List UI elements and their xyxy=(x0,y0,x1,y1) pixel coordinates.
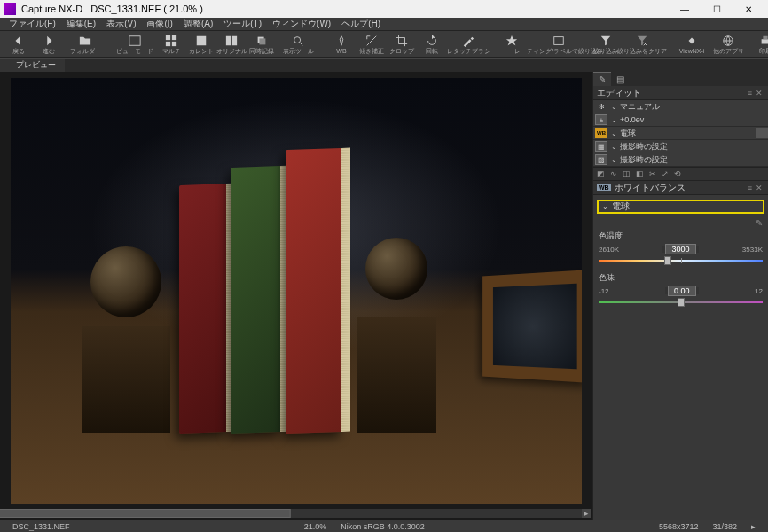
svg-rect-14 xyxy=(763,35,767,39)
svg-rect-11 xyxy=(554,36,564,44)
svg-rect-0 xyxy=(129,35,140,45)
current-button[interactable]: カレント xyxy=(186,32,216,57)
panel-menu-icon[interactable]: ≡ xyxy=(746,89,754,98)
wb-panel-close-icon[interactable]: ✕ xyxy=(754,184,764,192)
folder-button[interactable]: フォルダー xyxy=(64,32,106,57)
status-bar: DSC_1331.NEF 21.0% Nikon sRGB 4.0.0.3002… xyxy=(0,520,768,532)
edit-row-shot2[interactable]: ▨⌄ 撮影時の設定 xyxy=(593,153,768,167)
resize-icon[interactable]: ⤢ xyxy=(662,169,669,178)
edit-panel-header[interactable]: エディット ≡ ✕ xyxy=(593,86,768,100)
eyedropper-icon[interactable]: ✎ xyxy=(756,218,763,231)
lch-icon[interactable]: ◧ xyxy=(636,169,644,178)
edit-row-shot1[interactable]: ▦⌄ 撮影時の設定 xyxy=(593,140,768,153)
viewnxi-button[interactable]: ViewNX-i xyxy=(670,32,713,57)
curve-icon[interactable]: ∿ xyxy=(610,169,617,178)
rotate-button[interactable]: 回転 xyxy=(417,32,447,57)
tint-min: -12 xyxy=(599,287,609,295)
window-title: Capture NX-D DSC_1331.NEF ( 21.0% ) xyxy=(21,4,669,14)
menu-edit[interactable]: 編集(E) xyxy=(61,18,101,30)
panel-tab-edit-icon[interactable]: ✎ xyxy=(593,72,611,86)
noise-reduction-icon: ▨ xyxy=(595,154,607,165)
scroll-right-arrow[interactable]: ► xyxy=(582,509,591,518)
edit-row-exposure[interactable]: ±⌄ +0.0ev xyxy=(593,113,768,127)
menu-file[interactable]: ファイル(F) xyxy=(4,18,61,30)
preview-tab[interactable]: プレビュー xyxy=(7,59,65,72)
svg-rect-7 xyxy=(232,35,237,45)
svg-rect-6 xyxy=(226,35,231,45)
tint-slider[interactable] xyxy=(599,298,763,307)
color-temp-group: 色温度 2610K 3000 3533K xyxy=(593,231,768,272)
levels-icon[interactable]: ◫ xyxy=(623,169,631,178)
tone-icon[interactable]: ◩ xyxy=(597,169,605,178)
status-next-icon[interactable]: ▸ xyxy=(744,522,763,531)
status-zoom: 21.0% xyxy=(297,522,334,531)
adjustment-icon-strip: ◩ ∿ ◫ ◧ ✂ ⤢ ⟲ xyxy=(593,167,768,181)
temp-slider[interactable] xyxy=(599,256,763,265)
svg-rect-9 xyxy=(259,38,265,44)
panel-close-icon[interactable]: ✕ xyxy=(754,89,764,98)
rating-filter-button[interactable]: レーティング/ラベルで絞り込み xyxy=(527,32,591,57)
chevron-down-icon: ⌄ xyxy=(602,203,608,211)
crop-button[interactable]: クロップ xyxy=(387,32,417,57)
status-index: 31/382 xyxy=(705,522,744,531)
horizontal-scrollbar[interactable]: ◄ ► xyxy=(2,509,591,518)
edit-row-wb[interactable]: WB⌄ 電球 xyxy=(593,127,768,140)
svg-rect-4 xyxy=(172,41,176,45)
menu-help[interactable]: ヘルプ(H) xyxy=(336,18,386,30)
display-tool-button[interactable]: 表示ツール xyxy=(277,32,319,57)
menu-window[interactable]: ウィンドウ(W) xyxy=(267,18,336,30)
wb-panel-header[interactable]: WB ホワイトバランス ≡ ✕ xyxy=(593,181,768,195)
svg-rect-5 xyxy=(197,35,207,45)
straighten-icon[interactable]: ⟲ xyxy=(674,169,681,178)
temp-slider-thumb[interactable] xyxy=(664,256,671,265)
menubar: ファイル(F) 編集(E) 表示(V) 画像(I) 調整(A) ツール(T) ウ… xyxy=(0,18,768,31)
original-button[interactable]: オリジナル xyxy=(216,32,247,57)
temp-min: 2610K xyxy=(599,246,619,254)
scroll-thumb[interactable] xyxy=(0,509,290,518)
status-filename: DSC_1331.NEF xyxy=(5,522,77,531)
wb-panel-menu-icon[interactable]: ≡ xyxy=(746,184,754,192)
tint-group: 色味 -12 0.00 12 xyxy=(593,272,768,314)
temp-value-input[interactable]: 3000 xyxy=(665,244,695,254)
status-profile: Nikon sRGB 4.0.0.3002 xyxy=(333,522,432,531)
crop-icon[interactable]: ✂ xyxy=(649,169,656,178)
retouch-button[interactable]: レタッチブラシ xyxy=(447,32,490,57)
tint-value-input[interactable]: 0.00 xyxy=(668,286,696,296)
window-titlebar: Capture NX-D DSC_1331.NEF ( 21.0% ) — ☐ … xyxy=(0,0,768,18)
picture-control-icon: ▦ xyxy=(595,141,607,152)
edit-row-manual[interactable]: ✻⌄ マニュアル xyxy=(593,100,768,113)
straighten-button[interactable]: 傾き補正 xyxy=(357,32,387,57)
filter-button[interactable]: 絞り込み xyxy=(591,32,621,57)
tint-slider-thumb[interactable] xyxy=(678,298,685,307)
menu-view[interactable]: 表示(V) xyxy=(101,18,141,30)
menu-image[interactable]: 画像(I) xyxy=(141,18,177,30)
simul-button[interactable]: 同時記録 xyxy=(247,32,277,57)
clear-filter-button[interactable]: 絞り込みをクリア xyxy=(621,32,663,57)
wb-button[interactable]: WB xyxy=(326,32,357,57)
forward-button[interactable]: 進む xyxy=(34,32,64,57)
svg-rect-2 xyxy=(172,35,176,39)
tint-max: 12 xyxy=(755,287,763,295)
menu-tool[interactable]: ツール(T) xyxy=(218,18,267,30)
toolbar: 戻る 進む フォルダー ビューモード マルチ カレント オリジナル 同時記録 表… xyxy=(0,31,768,58)
svg-rect-1 xyxy=(166,35,170,39)
maximize-button[interactable]: ☐ xyxy=(701,0,733,18)
other-app-button[interactable]: 他のアプリ xyxy=(713,32,743,57)
viewmode-button[interactable]: ビューモード xyxy=(114,32,156,57)
preview-tabstrip: プレビュー xyxy=(0,58,768,72)
row-swatch-icon xyxy=(756,128,768,138)
minimize-button[interactable]: — xyxy=(669,0,701,18)
panel-grip[interactable] xyxy=(0,59,7,72)
svg-point-10 xyxy=(294,36,301,43)
close-button[interactable]: ✕ xyxy=(733,0,764,18)
multi-button[interactable]: マルチ xyxy=(156,32,186,57)
exposure-icon: ± xyxy=(595,114,607,125)
print-button[interactable]: 印刷 xyxy=(750,32,768,57)
back-button[interactable]: 戻る xyxy=(4,32,34,57)
temp-max: 3533K xyxy=(742,246,763,254)
wb-preset-dropdown[interactable]: ⌄ 電球 xyxy=(597,200,764,214)
panel-tab-meta-icon[interactable]: ▤ xyxy=(611,72,629,86)
image-canvas[interactable] xyxy=(11,78,582,504)
svg-rect-3 xyxy=(166,41,170,45)
menu-adjust[interactable]: 調整(A) xyxy=(178,18,218,30)
